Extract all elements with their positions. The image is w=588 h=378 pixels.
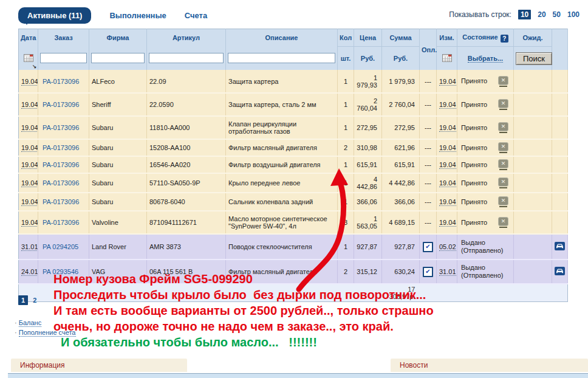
- order-date-cell[interactable]: 19.04: [19, 93, 38, 116]
- calendar-icon[interactable]: [442, 56, 452, 63]
- order-number-cell[interactable]: PA-0173096: [38, 156, 89, 173]
- order-filter-input[interactable]: [40, 53, 87, 63]
- car-icon[interactable]: [555, 242, 565, 250]
- delete-icon[interactable]: ✕: [498, 76, 508, 87]
- page-1[interactable]: 1: [18, 295, 28, 305]
- order-date-cell[interactable]: 31.01: [19, 234, 38, 259]
- changed-cell[interactable]: 31.01: [437, 259, 457, 284]
- col-header-paid: Опл.: [420, 29, 437, 70]
- order-number-cell[interactable]: PA-0173096: [38, 211, 89, 234]
- calendar-icon[interactable]: [24, 56, 33, 63]
- car-icon[interactable]: [555, 267, 565, 275]
- status-select-link[interactable]: Выбрать...: [468, 55, 503, 63]
- table-row: 19.04PA-0173096Subaru11810-AA000Клапан р…: [19, 116, 568, 139]
- sum-cell: 1 979,93: [382, 70, 420, 93]
- article-cell: 11810-AA000: [147, 116, 226, 139]
- changed-cell[interactable]: 19.04: [437, 156, 457, 173]
- price-cell: 2 760,04: [354, 93, 382, 116]
- delete-icon[interactable]: ✕: [498, 142, 508, 153]
- changed-cell[interactable]: 19.04: [437, 70, 457, 93]
- delete-icon[interactable]: ✕: [498, 122, 508, 133]
- order-date-cell[interactable]: 19.04: [19, 156, 38, 173]
- col-header-price: Цена: [354, 29, 382, 47]
- price-cell: 366,06: [354, 193, 382, 211]
- info-panel-title: Информация: [20, 361, 64, 369]
- changed-cell[interactable]: 19.04: [437, 173, 457, 193]
- changed-cell[interactable]: 19.04: [437, 139, 457, 156]
- tab-invoices[interactable]: Счета: [185, 11, 207, 20]
- paid-cell: ---: [420, 211, 437, 234]
- status-cell: Принято✕: [457, 211, 514, 234]
- help-icon[interactable]: ?: [501, 35, 508, 43]
- paid-cell: ---: [420, 173, 437, 193]
- order-number-cell[interactable]: PA 0294205: [38, 234, 89, 259]
- delete-icon[interactable]: ✕: [498, 159, 508, 170]
- order-number-cell[interactable]: PA-0173096: [38, 116, 89, 139]
- wait-cell: [514, 139, 552, 156]
- changed-cell[interactable]: 19.04: [437, 93, 457, 116]
- rows-per-page-option-20[interactable]: 20: [538, 10, 545, 19]
- table-row: 19.04PA-0173096Subaru16546-AA020Фильтр в…: [19, 156, 568, 173]
- page-2[interactable]: 2: [33, 297, 36, 304]
- order-number-cell[interactable]: PA-0173096: [38, 173, 89, 193]
- paid-cell: ✔: [420, 234, 437, 259]
- wait-cell: [514, 116, 552, 139]
- changed-cell[interactable]: 19.04: [437, 116, 457, 139]
- order-date-cell[interactable]: 19.04: [19, 173, 38, 193]
- article-cell: 22.09: [147, 70, 226, 93]
- tab-bar: Активные (11) Выполненные Счета: [18, 7, 207, 24]
- rows-per-page-option-100[interactable]: 100: [567, 10, 579, 19]
- article-filter-input[interactable]: [149, 53, 224, 63]
- rows-per-page-option-50[interactable]: 50: [553, 10, 561, 19]
- order-date-cell[interactable]: 24.01: [19, 259, 38, 284]
- order-date-cell[interactable]: 19.04: [19, 70, 38, 93]
- order-number-cell[interactable]: PA-0173096: [38, 70, 89, 93]
- article-cell: 16546-AA020: [147, 156, 226, 173]
- search-button[interactable]: Поиск: [516, 52, 552, 65]
- delete-icon[interactable]: ✕: [498, 99, 508, 110]
- article-cell: 22.0590: [147, 93, 226, 116]
- action-cell: [552, 156, 568, 173]
- firm-cell: Subaru: [89, 173, 147, 193]
- changed-cell[interactable]: 19.04: [437, 211, 457, 234]
- paid-cell: ---: [420, 93, 437, 116]
- status-header-label: Состояние: [462, 33, 497, 41]
- order-date-cell[interactable]: 19.04: [19, 116, 38, 139]
- firm-filter-input[interactable]: [91, 53, 145, 63]
- tab-active-orders[interactable]: Активные (11): [18, 7, 91, 24]
- order-date-cell[interactable]: 19.04: [19, 139, 38, 156]
- col-header-date: Дата: [19, 29, 38, 47]
- paid-checkbox[interactable]: ✔: [423, 267, 433, 277]
- delete-icon[interactable]: ✕: [498, 177, 508, 188]
- paid-checkbox[interactable]: ✔: [423, 242, 433, 252]
- order-number-cell[interactable]: PA-0173096: [38, 139, 89, 156]
- order-date-cell[interactable]: 19.04: [19, 211, 38, 234]
- order-number-cell[interactable]: PA-0173096: [38, 193, 89, 211]
- changed-cell[interactable]: 05.02: [437, 234, 457, 259]
- changed-cell[interactable]: 19.04: [437, 193, 457, 211]
- description-cell: Масло моторное синтетическое "SynPower 5…: [226, 211, 338, 234]
- table-row: 19.04PA-0173096Sheriff22.0590Защита карт…: [19, 93, 568, 116]
- delete-icon[interactable]: ✕: [498, 196, 508, 207]
- price-cell: 4 442,86: [354, 173, 382, 193]
- col-header-actions: [552, 29, 568, 70]
- resize-corner-icon[interactable]: ↘: [32, 64, 36, 70]
- sum-unit-label: Руб.: [382, 47, 420, 70]
- delete-icon[interactable]: ✕: [498, 217, 508, 228]
- firm-cell: Sheriff: [89, 93, 147, 116]
- qty-cell: 1: [338, 93, 354, 116]
- qty-cell: 1: [338, 70, 354, 93]
- description-filter-input[interactable]: [228, 53, 335, 63]
- qty-cell: 1: [338, 234, 354, 259]
- wait-cell: [514, 173, 552, 193]
- col-header-order: Заказ: [38, 29, 89, 47]
- description-cell: Крыло переднее левое: [226, 173, 338, 193]
- description-cell: Фильтр воздушный двигателя: [226, 156, 338, 173]
- tab-completed-orders[interactable]: Выполненные: [109, 11, 166, 20]
- article-cell: 15208-AA100: [147, 139, 226, 156]
- status-cell: Принято✕: [457, 193, 514, 211]
- status-cell: Выдано(Отправлено): [457, 234, 514, 259]
- rows-per-page-option-10[interactable]: 10: [518, 10, 531, 19]
- order-date-cell[interactable]: 19.04: [19, 193, 38, 211]
- order-number-cell[interactable]: PA-0173096: [38, 93, 89, 116]
